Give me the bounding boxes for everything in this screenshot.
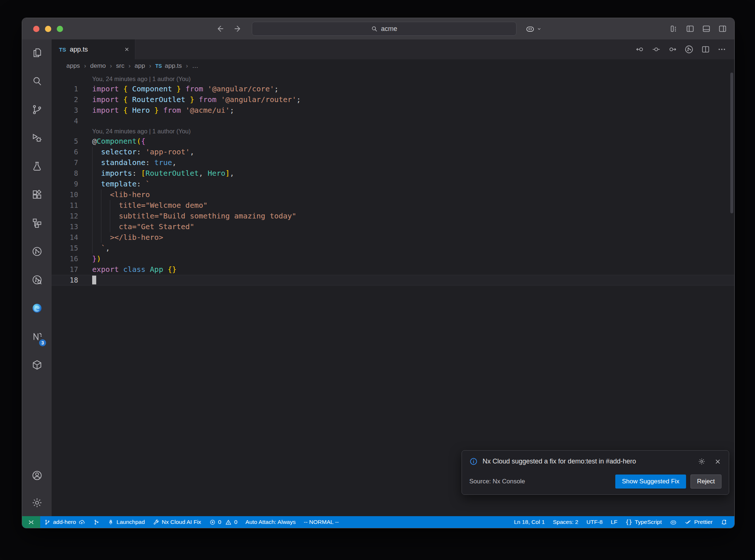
sidebar-item-search[interactable]: [22, 68, 52, 96]
language-mode-status[interactable]: {} TypeScript: [622, 516, 666, 528]
line-number: 16: [52, 253, 92, 264]
open-previous-change-icon[interactable]: [636, 45, 644, 54]
code-line[interactable]: 18: [52, 275, 734, 286]
scrollbar-thumb[interactable]: [730, 73, 733, 213]
toggle-primary-sidebar-icon[interactable]: [686, 24, 695, 33]
formatter-status[interactable]: Prettier: [681, 516, 717, 528]
settings-button[interactable]: [22, 490, 52, 516]
code-line[interactable]: 5@Component({: [52, 136, 734, 147]
sidebar-item-nx-console[interactable]: 3: [22, 323, 52, 351]
sidebar-item-testing[interactable]: [22, 153, 52, 181]
command-center-search[interactable]: acme: [252, 22, 516, 36]
copilot-status[interactable]: [666, 516, 681, 528]
sidebar-item-source-control[interactable]: [22, 96, 52, 125]
problems-status[interactable]: 0 0: [205, 516, 241, 528]
code-line[interactable]: 13 cta="Get Started": [52, 221, 734, 232]
code-line[interactable]: 17export class App {}: [52, 264, 734, 275]
copilot-icon: [670, 519, 677, 526]
code-line[interactable]: 15 `,: [52, 243, 734, 253]
branch-name: add-hero: [53, 519, 76, 525]
copilot-icon: [525, 24, 535, 34]
git-branch-status[interactable]: add-hero: [40, 516, 89, 528]
customize-layout-icon[interactable]: [669, 24, 678, 33]
line-number: 6: [52, 147, 92, 157]
sidebar-item-nx-graph-search[interactable]: [22, 266, 52, 295]
more-actions-icon[interactable]: [717, 45, 726, 54]
nx-cloud-fix-status[interactable]: Nx Cloud AI Fix: [149, 516, 205, 528]
warning-icon: [225, 519, 232, 525]
sidebar-item-explorer[interactable]: [22, 39, 52, 68]
open-change-icon[interactable]: [652, 45, 661, 54]
indent-guide: [110, 211, 110, 221]
minimize-window-button[interactable]: [45, 26, 51, 32]
indent-guide: [92, 232, 93, 243]
cloud-upload-icon: [79, 519, 85, 525]
breadcrumb-file[interactable]: app.ts: [165, 62, 182, 70]
navigate-back-icon[interactable]: [215, 24, 225, 34]
gitlens-annotation: You, 24 minutes ago | 1 author (You): [92, 74, 734, 84]
editor[interactable]: You, 24 minutes ago | 1 author (You)1imp…: [52, 73, 734, 516]
edge-icon: [31, 302, 43, 315]
split-editor-icon[interactable]: [701, 45, 710, 54]
nx-console-badge: 3: [39, 339, 46, 346]
code-line[interactable]: 7 standalone: true,: [52, 157, 734, 168]
indentation-status[interactable]: Spaces: 2: [549, 516, 582, 528]
code-line[interactable]: 8 imports: [RouterOutlet, Hero],: [52, 168, 734, 179]
sidebar-item-package-explorer[interactable]: [22, 351, 52, 380]
status-bar: add-hero Launchpad Nx Cloud AI Fix 0 0 A…: [22, 516, 734, 528]
code-line[interactable]: 6 selector: 'app-root',: [52, 147, 734, 157]
notification-close-icon[interactable]: [714, 458, 721, 465]
eol-status[interactable]: LF: [607, 516, 622, 528]
account-button[interactable]: [22, 462, 52, 490]
zoom-window-button[interactable]: [57, 26, 63, 32]
vim-mode-status[interactable]: -- NORMAL --: [300, 516, 343, 528]
breadcrumb-item[interactable]: app: [135, 62, 145, 70]
indent-guide: [92, 243, 93, 253]
nx-run-target-icon[interactable]: [684, 45, 694, 54]
toggle-panel-icon[interactable]: [702, 24, 711, 33]
breadcrumb-item[interactable]: apps: [66, 62, 80, 70]
line-number: 7: [52, 157, 92, 168]
code-line[interactable]: 14 ></lib-hero>: [52, 232, 734, 243]
code-line[interactable]: 3import { Hero } from '@acme/ui';: [52, 105, 734, 116]
tab-app-ts[interactable]: TS app.ts: [52, 39, 135, 59]
code-line[interactable]: 10 <lib-hero: [52, 189, 734, 200]
breadcrumb-item[interactable]: demo: [90, 62, 106, 70]
sidebar-item-run-debug[interactable]: [22, 125, 52, 153]
close-window-button[interactable]: [33, 26, 39, 32]
copilot-menu[interactable]: [525, 24, 542, 34]
info-icon: [469, 457, 478, 466]
breadcrumb-overflow[interactable]: …: [192, 62, 198, 70]
open-next-change-icon[interactable]: [668, 45, 677, 54]
line-number: 14: [52, 232, 92, 243]
remote-indicator[interactable]: [22, 516, 40, 528]
breadcrumb: apps › demo › src › app › TS app.ts › …: [52, 59, 734, 73]
show-suggested-fix-button[interactable]: Show Suggested Fix: [615, 475, 686, 489]
notification-toast: Nx Cloud suggested a fix for demo:test i…: [462, 450, 729, 495]
code-line[interactable]: 16}): [52, 253, 734, 264]
notification-settings-gear-icon[interactable]: [698, 458, 706, 465]
commit-graph-status[interactable]: [89, 516, 104, 528]
line-number: 18: [52, 275, 92, 286]
toggle-secondary-sidebar-icon[interactable]: [718, 24, 727, 33]
line-number: 1: [52, 84, 92, 94]
breadcrumb-item[interactable]: src: [116, 62, 125, 70]
notifications-bell[interactable]: [717, 516, 731, 528]
launchpad-status[interactable]: Launchpad: [104, 516, 149, 528]
auto-attach-status[interactable]: Auto Attach: Always: [241, 516, 300, 528]
close-tab-icon[interactable]: [124, 46, 130, 52]
code-line[interactable]: 9 template: `: [52, 179, 734, 189]
cursor-position-status[interactable]: Ln 18, Col 1: [510, 516, 549, 528]
sidebar-item-extensions[interactable]: [22, 181, 52, 210]
reject-button[interactable]: Reject: [690, 475, 721, 489]
code-line[interactable]: 4: [52, 116, 734, 126]
sidebar-item-hierarchy[interactable]: [22, 210, 52, 238]
sidebar-item-edge-tools[interactable]: [22, 295, 52, 323]
code-line[interactable]: 1import { Component } from '@angular/cor…: [52, 84, 734, 94]
code-line[interactable]: 11 title="Welcmoe demo": [52, 200, 734, 211]
navigate-forward-icon[interactable]: [233, 24, 243, 34]
encoding-status[interactable]: UTF-8: [582, 516, 607, 528]
code-line[interactable]: 12 subtitle="Build something amazing tod…: [52, 211, 734, 221]
sidebar-item-nx-project-graph[interactable]: [22, 238, 52, 266]
code-line[interactable]: 2import { RouterOutlet } from '@angular/…: [52, 94, 734, 105]
